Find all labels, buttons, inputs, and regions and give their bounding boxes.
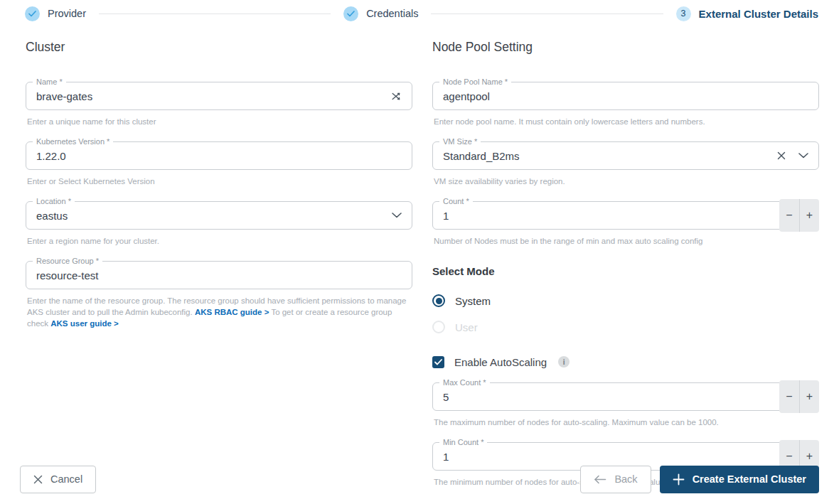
max-count-increment-button[interactable]: + <box>799 380 819 413</box>
shuffle-icon[interactable] <box>391 91 402 102</box>
node-pool-name-field: Node Pool Name * <box>432 82 819 110</box>
aks-rbac-guide-link[interactable]: AKS RBAC guide > <box>195 308 269 316</box>
radio-user-icon <box>432 321 445 333</box>
location-helper-text: Enter a region name for your cluster. <box>27 235 412 247</box>
cancel-button-label: Cancel <box>50 473 82 485</box>
plus-icon <box>673 473 685 486</box>
location-field: Location * <box>26 201 412 230</box>
cluster-section-title: Cluster <box>26 40 412 55</box>
chevron-down-icon[interactable] <box>392 213 402 218</box>
vm-size-field-group: VM Size * VM size availability varies by… <box>432 141 819 187</box>
max-count-field-group: Max Count * − + The maximum number of no… <box>432 382 819 428</box>
enable-autoscaling-label: Enable AutoScaling <box>454 356 547 368</box>
back-button[interactable]: Back <box>580 466 651 493</box>
form-columns: Cluster Name * <box>0 40 834 502</box>
resource-group-field: Resource Group * <box>26 261 412 289</box>
step-number-badge: 3 <box>676 6 691 21</box>
max-count-decrement-button[interactable]: − <box>779 380 799 413</box>
count-field-label: Count * <box>439 196 473 206</box>
name-input[interactable] <box>26 90 391 102</box>
resource-group-input[interactable] <box>26 269 412 282</box>
wizard-stepper: Provider Credentials 3 External Cluster … <box>0 0 834 21</box>
step-credentials-label: Credentials <box>366 8 418 19</box>
back-button-label: Back <box>614 473 637 485</box>
cluster-section: Cluster Name * <box>26 40 412 502</box>
step-credentials[interactable]: Credentials <box>343 6 418 21</box>
kubernetes-version-field-label: Kubernetes Version * <box>33 136 113 146</box>
autoscaling-checkbox-icon[interactable] <box>432 356 444 368</box>
aks-user-guide-link[interactable]: AKS user guide > <box>50 319 119 328</box>
step-provider[interactable]: Provider <box>25 6 86 21</box>
step-external-cluster-details-label: External Cluster Details <box>699 8 818 20</box>
max-count-spinner: − + <box>779 380 819 413</box>
mode-system-radio-row[interactable]: System <box>432 293 819 309</box>
max-count-helper-text: The maximum number of nodes for auto-sca… <box>434 417 819 428</box>
kubernetes-version-field-group: Kubernetes Version * Enter or Select Kub… <box>26 141 412 187</box>
select-mode-title: Select Mode <box>432 265 819 277</box>
vm-size-field-label: VM Size * <box>439 136 481 146</box>
location-field-label: Location * <box>33 196 75 206</box>
location-input[interactable] <box>26 210 392 222</box>
name-field-group: Name * <box>26 82 412 127</box>
stepper-connector <box>431 14 663 14</box>
resource-group-field-label: Resource Group * <box>33 256 102 266</box>
kubernetes-version-helper-text: Enter or Select Kubernetes Version <box>27 176 412 187</box>
node-pool-name-field-group: Node Pool Name * Enter node pool name. I… <box>432 82 819 127</box>
stepper-connector <box>99 14 331 14</box>
cancel-button[interactable]: Cancel <box>20 466 96 493</box>
max-count-field-label: Max Count * <box>439 377 490 387</box>
count-spinner: − + <box>779 199 819 232</box>
mode-user-label: User <box>455 321 478 333</box>
kubernetes-version-input[interactable] <box>26 150 412 162</box>
vm-size-field: VM Size * <box>432 141 819 170</box>
name-field-label: Name * <box>33 77 66 87</box>
max-count-input[interactable] <box>433 391 818 403</box>
node-pool-section: Node Pool Setting Node Pool Name * Enter… <box>432 40 819 502</box>
clear-icon[interactable] <box>777 151 786 160</box>
count-increment-button[interactable]: + <box>799 199 819 232</box>
enable-autoscaling-row[interactable]: Enable AutoScaling i <box>432 354 819 370</box>
arrow-left-icon <box>594 475 606 484</box>
node-pool-name-input[interactable] <box>433 90 818 102</box>
resource-group-field-group: Resource Group * Enter the name of the r… <box>26 261 412 329</box>
step-external-cluster-details[interactable]: 3 External Cluster Details <box>676 6 818 21</box>
mode-system-label: System <box>455 295 491 307</box>
step-provider-label: Provider <box>48 8 86 19</box>
name-field: Name * <box>26 82 412 110</box>
vm-size-helper-text: VM size availability varies by region. <box>434 176 819 187</box>
max-count-field: Max Count * − + <box>432 382 819 411</box>
chevron-down-icon[interactable] <box>798 153 808 159</box>
kubernetes-version-field: Kubernetes Version * <box>26 141 412 170</box>
wizard-footer: Cancel Back Create External Cluster <box>0 454 834 504</box>
step-provider-check-icon <box>25 6 40 21</box>
count-helper-text: Number of Nodes must be in the range of … <box>434 235 819 247</box>
count-field: Count * − + <box>432 201 819 230</box>
create-external-cluster-page: Provider Credentials 3 External Cluster … <box>0 0 834 504</box>
step-credentials-check-icon <box>343 6 358 21</box>
mode-user-radio-row: User <box>432 319 819 335</box>
footer-right-actions: Back Create External Cluster <box>580 466 819 493</box>
location-field-group: Location * Enter a region name for your … <box>26 201 412 247</box>
vm-size-input[interactable] <box>433 150 777 162</box>
radio-system-icon[interactable] <box>432 294 445 307</box>
node-pool-name-field-label: Node Pool Name * <box>439 77 511 87</box>
resource-group-helper-text: Enter the name of the resource group. Th… <box>27 295 412 329</box>
count-field-group: Count * − + Number of Nodes must be in t… <box>432 201 819 247</box>
info-icon[interactable]: i <box>558 356 570 368</box>
min-count-field-label: Min Count * <box>439 437 487 447</box>
count-input[interactable] <box>433 210 818 222</box>
close-icon <box>33 475 43 484</box>
create-external-cluster-button[interactable]: Create External Cluster <box>660 466 819 493</box>
node-pool-section-title: Node Pool Setting <box>432 40 819 55</box>
create-external-cluster-button-label: Create External Cluster <box>693 473 806 485</box>
node-pool-name-helper-text: Enter node pool name. It must contain on… <box>434 116 819 127</box>
name-helper-text: Enter a unique name for this cluster <box>27 116 412 127</box>
count-decrement-button[interactable]: − <box>779 199 799 232</box>
